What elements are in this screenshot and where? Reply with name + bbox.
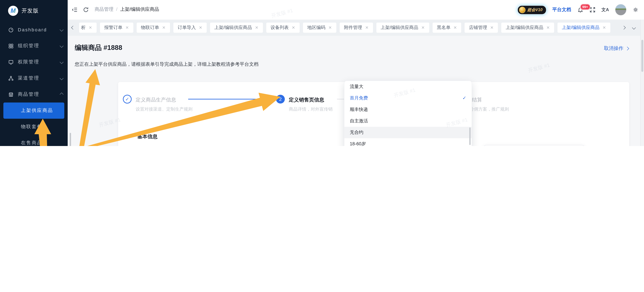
chevron-down-icon [60,60,64,64]
tabstrip: 析✕ 报警订单✕ 物联订单✕ 订单导入✕ 上架/编辑供应商品✕ 设备列表✕ 地区… [68,20,644,36]
tab-item[interactable]: 黑名单✕ [432,23,461,33]
step-connector-done [188,99,268,99]
monitor-icon [8,59,14,65]
grid-icon [8,43,14,49]
vip-medal-icon [519,7,526,13]
breadcrumb-separator: / [116,7,118,13]
translate-icon[interactable]: 文A [602,7,609,13]
tabs-menu-icon[interactable] [632,26,636,30]
step2-title: 定义销售页信息 [289,97,324,103]
sidebar-item-product[interactable]: 商品管理 [0,86,68,102]
topbar-actions: 超会V10 平台文档 99+ 文A [518,0,639,20]
dropdown-option[interactable]: 18-60岁 [344,138,472,146]
tags-dropdown: 流量大 首月免费✓ 顺丰快递 自主激活 无合约 18-60岁 24个月视频会员 … [344,81,472,146]
tab-item-active[interactable]: 上架/编辑供应商品✕ [558,23,610,33]
sidebar-item-dashboard[interactable]: Dashboard [0,22,68,38]
tab-item[interactable]: 上架/编辑供应商品✕ [501,23,554,33]
close-icon[interactable]: ✕ [162,25,166,30]
dropdown-option[interactable]: 自主激活 [344,115,472,127]
share-nodes-icon [8,75,14,81]
window-scrollbar-thumb[interactable] [641,40,643,72]
breadcrumb-current: 上架/编辑供应商品 [120,7,159,13]
dashboard-icon [8,27,14,33]
tab-item[interactable]: 上架/编辑供应商品✕ [210,23,263,33]
dropdown-option-hovered[interactable]: 无合约 [344,127,472,138]
step1-subtitle: 设置对接渠道、定制生产规则 [136,106,192,112]
cancel-action-link[interactable]: 取消操作 [604,45,628,52]
chevron-down-icon [60,28,64,32]
sidebar-item-channel[interactable]: 渠道管理 [0,70,68,86]
section-basic-info: 基本信息 [137,133,158,140]
tab-item[interactable]: 地区编码✕ [303,23,336,33]
close-icon[interactable]: ✕ [365,25,368,30]
check-icon: ✓ [462,92,466,104]
step3-subtitle: 分佣方案，推广规则 [470,106,509,112]
tab-item[interactable]: 订单导入✕ [173,23,206,33]
notifications-button[interactable]: 99+ [577,7,583,13]
dropdown-option[interactable]: 顺丰快递 [344,104,472,115]
app-root: M 开发版 Dashboard 组织管理 权限管理 渠道管理 商品管理 上架供应… [0,0,644,146]
chevron-down-icon [60,76,64,80]
chevron-right-icon [625,47,629,50]
chevron-down-icon [60,44,64,48]
dropdown-option[interactable]: 流量大 [344,81,472,92]
content-scrollbar-thumb[interactable] [70,133,71,146]
close-icon[interactable]: ✕ [602,25,606,30]
breadcrumb: 商品管理 / 上架/编辑供应商品 [94,7,159,13]
main-content: 编辑商品 #1888 取消操作 您正在上架平台供应商品，请根据表单引导完成商品上… [68,36,644,146]
tab-item[interactable]: 设备列表✕ [266,23,300,33]
close-icon[interactable]: ✕ [126,25,129,30]
logo-icon: M [8,6,18,16]
close-icon[interactable]: ✕ [199,25,202,30]
close-icon[interactable]: ✕ [292,25,295,30]
preview-title: 渠道29元广电192G-df [484,145,585,146]
settings-gear-icon[interactable] [632,7,638,13]
tab-item[interactable]: 析✕ [79,23,96,33]
app-logo[interactable]: M 开发版 [0,0,68,22]
store-icon [8,92,14,97]
close-icon[interactable]: ✕ [546,25,550,30]
product-preview-card: 渠道29元广电192G-df 192G 全国通话0.15元/分钟 5G高速流量/… [483,145,585,146]
avatar[interactable] [615,4,626,16]
tabs-scroll-right-icon[interactable] [622,26,626,30]
logo-text: 开发版 [22,7,39,14]
page-description: 您正在上架平台供应商品，请根据表单引导完成商品上架，详细上架教程清参考平台文档 [75,61,258,67]
tab-item[interactable]: 上架/编辑供应商品✕ [376,23,429,33]
tab-item[interactable]: 店铺管理✕ [464,23,498,33]
notification-count-badge: 99+ [580,4,590,10]
tabs-list: 析✕ 报警订单✕ 物联订单✕ 订单导入✕ 上架/编辑供应商品✕ 设备列表✕ 地区… [79,23,619,33]
tabs-scroll-left-icon[interactable] [71,26,75,30]
close-icon[interactable]: ✕ [490,25,494,30]
sidebar: M 开发版 Dashboard 组织管理 权限管理 渠道管理 商品管理 上架供应… [0,0,68,146]
step1-title: 定义商品生产信息 [136,97,176,103]
step2-subtitle: 商品详情，对外宣传销 [289,106,332,112]
refresh-icon[interactable] [83,7,89,13]
close-icon[interactable]: ✕ [454,25,457,30]
dropdown-scrollbar-thumb[interactable] [469,127,471,145]
sidebar-item-iot-package[interactable]: 物联套餐 [0,119,68,135]
collapse-sidebar-icon[interactable] [72,7,78,13]
window-scrollbar[interactable] [640,20,644,146]
vip-badge[interactable]: 超会V10 [518,5,546,14]
step2-number: 2 [276,95,285,103]
tab-item[interactable]: 报警订单✕ [100,23,133,33]
breadcrumb-section[interactable]: 商品管理 [94,7,114,13]
sidebar-item-permission[interactable]: 权限管理 [0,54,68,70]
chevron-up-icon [60,93,64,96]
step1-check-icon: ✓ [123,95,132,103]
page-title: 编辑商品 #1888 [75,43,122,52]
dropdown-option-selected[interactable]: 首月免费✓ [344,92,472,104]
topbar: 商品管理 / 上架/编辑供应商品 超会V10 平台文档 99+ 文A [68,0,644,20]
close-icon[interactable]: ✕ [89,25,92,30]
close-icon[interactable]: ✕ [328,25,332,30]
tab-item[interactable]: 附件管理✕ [340,23,373,33]
sidebar-item-org[interactable]: 组织管理 [0,38,68,54]
sidebar-item-listed-supply-product[interactable]: 上架供应商品 [3,102,64,119]
close-icon[interactable]: ✕ [255,25,258,30]
platform-docs-link[interactable]: 平台文档 [552,7,571,13]
close-icon[interactable]: ✕ [421,25,425,30]
tab-item[interactable]: 物联订单✕ [136,23,170,33]
sidebar-item-onsale-product[interactable]: 在售商品中 [0,135,68,146]
